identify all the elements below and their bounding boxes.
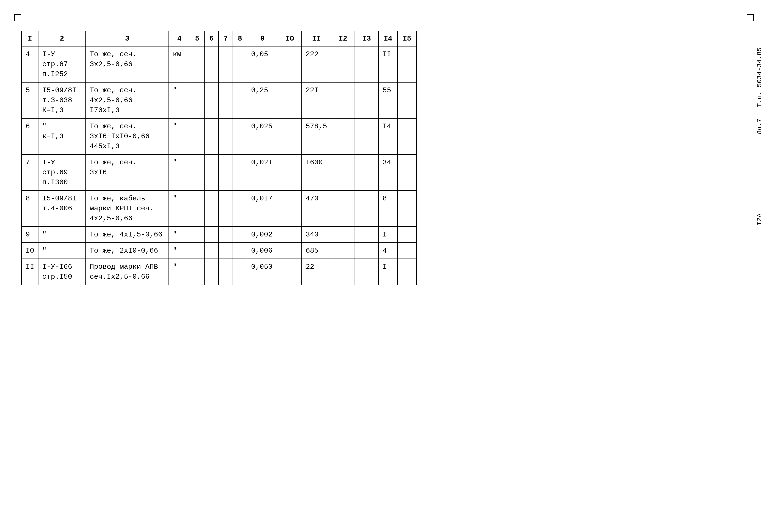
cell-row4-col14: II [378,46,398,82]
cell-row6-col10 [278,118,302,154]
cell-row11-col3: Провод марки АПВсеч.Iх2,5-0,66 [86,259,169,285]
cell-row4-col1: 4 [22,46,38,82]
cell-row10-col9: 0,006 [247,243,278,259]
cell-row4-col15 [398,46,417,82]
cell-row7-col1: 7 [22,154,38,190]
header-col1: I [22,31,38,46]
cell-row6-col5 [190,118,204,154]
cell-row5-col14: 55 [378,82,398,118]
cell-row8-col8 [233,190,247,227]
cell-row11-col13 [355,259,378,285]
side-label-bot: I2A [756,213,763,225]
cell-row6-col13 [355,118,378,154]
cell-row10-col15 [398,243,417,259]
cell-row9-col15 [398,227,417,243]
cell-row7-col15 [398,154,417,190]
cell-row9-col8 [233,227,247,243]
cell-row11-col9: 0,050 [247,259,278,285]
header-col15: I5 [398,31,417,46]
table-row: 5 I5-09/8Iт.3-038К=I,3 То же, сеч.4х2,5-… [22,82,417,118]
cell-row5-col10 [278,82,302,118]
cell-row11-col6 [204,259,218,285]
cell-row6-col2: "к=I,3 [38,118,86,154]
cell-row7-col4: " [169,154,190,190]
cell-row10-col6 [204,243,218,259]
cell-row5-col7 [218,82,233,118]
cell-row5-col11: 22I [302,82,331,118]
cell-row11-col4: " [169,259,190,285]
table-row: 6 "к=I,3 То же, сеч.3хI6+IхI0-0,66445хI,… [22,118,417,154]
cell-row9-col11: 340 [302,227,331,243]
cell-row5-col15 [398,82,417,118]
cell-row9-col3: То же, 4хI,5-0,66 [86,227,169,243]
cell-row6-col15 [398,118,417,154]
cell-row4-col12 [331,46,355,82]
table-row: 4 I-Устр.67п.I252 То же, сеч.3х2,5-0,66 … [22,46,417,82]
cell-row10-col12 [331,243,355,259]
cell-row10-col5 [190,243,204,259]
cell-row6-col14: I4 [378,118,398,154]
cell-row7-col9: 0,02I [247,154,278,190]
cell-row4-col4: км [169,46,190,82]
cell-row5-col8 [233,82,247,118]
cell-row9-col13 [355,227,378,243]
page-container: Т.п. 5034-34.85 Лл.7 I2A I 2 3 4 5 6 7 8… [0,0,768,532]
cell-row7-col14: 34 [378,154,398,190]
cell-row11-col8 [233,259,247,285]
header-col11: II [302,31,331,46]
header-col4: 4 [169,31,190,46]
main-table: I 2 3 4 5 6 7 8 9 IO II I2 I3 I4 I5 4 I-… [21,31,417,285]
cell-row7-col3: То же, сеч.3хI6 [86,154,169,190]
cell-row10-col8 [233,243,247,259]
cell-row11-col2: I-У-I66стр.I50 [38,259,86,285]
header-col7: 7 [218,31,233,46]
cell-row4-col3: То же, сеч.3х2,5-0,66 [86,46,169,82]
cell-row9-col10 [278,227,302,243]
cell-row6-col4: " [169,118,190,154]
cell-row10-col14: 4 [378,243,398,259]
cell-row4-col6 [204,46,218,82]
cell-row5-col6 [204,82,218,118]
cell-row10-col4: " [169,243,190,259]
cell-row5-col9: 0,25 [247,82,278,118]
cell-row5-col1: 5 [22,82,38,118]
cell-row8-col9: 0,0I7 [247,190,278,227]
cell-row8-col2: I5-09/8Iт.4-006 [38,190,86,227]
cell-row9-col9: 0,002 [247,227,278,243]
cell-row6-col6 [204,118,218,154]
header-col10: IO [278,31,302,46]
cell-row8-col14: 8 [378,190,398,227]
cell-row7-col10 [278,154,302,190]
cell-row8-col7 [218,190,233,227]
cell-row4-col7 [218,46,233,82]
header-col12: I2 [331,31,355,46]
cell-row6-col12 [331,118,355,154]
cell-row11-col14: I [378,259,398,285]
cell-row4-col11: 222 [302,46,331,82]
cell-row7-col5 [190,154,204,190]
cell-row7-col7 [218,154,233,190]
table-row: 7 I-Устр.69п.I300 То же, сеч.3хI6 " 0,02… [22,154,417,190]
cell-row6-col7 [218,118,233,154]
cell-row5-col13 [355,82,378,118]
cell-row4-col8 [233,46,247,82]
cell-row8-col6 [204,190,218,227]
cell-row10-col7 [218,243,233,259]
header-col2: 2 [38,31,86,46]
cell-row11-col5 [190,259,204,285]
cell-row8-col4: " [169,190,190,227]
cell-row9-col7 [218,227,233,243]
cell-row9-col1: 9 [22,227,38,243]
cell-row6-col11: 578,5 [302,118,331,154]
cell-row11-col12 [331,259,355,285]
cell-row5-col4: " [169,82,190,118]
cell-row11-col7 [218,259,233,285]
table-row: IO " То же, 2хI0-0,66 " 0,006 685 4 [22,243,417,259]
cell-row7-col6 [204,154,218,190]
cell-row8-col1: 8 [22,190,38,227]
cell-row4-col10 [278,46,302,82]
cell-row6-col8 [233,118,247,154]
header-col8: 8 [233,31,247,46]
cell-row9-col14: I [378,227,398,243]
cell-row11-col1: II [22,259,38,285]
